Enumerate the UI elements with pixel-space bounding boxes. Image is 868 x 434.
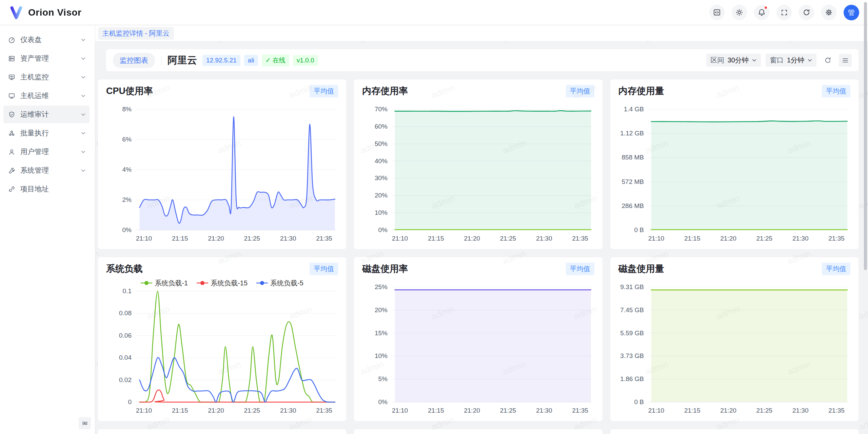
chart-title: 系统负载 [106,263,143,275]
x-axis-label: 21:15 [172,407,188,414]
chart-plot-area[interactable]: 0%2%4%6%8%21:1021:1521:2021:2521:3021:35 [106,100,338,246]
next-charts-row-sliver [98,429,859,434]
aggregation-badge[interactable]: 平均值 [566,263,594,275]
user-icon [8,148,15,155]
chart-title: 磁盘使用率 [362,263,408,275]
chart-plot-area[interactable]: 00.020.040.060.080.121:1021:1521:2021:25… [106,288,338,418]
x-axis-label: 21:10 [136,407,152,414]
refresh-page-button[interactable] [799,5,814,20]
chart-card-6: 磁盘使用量平均值0 B1.86 GB3.73 GB5.59 GB7.45 GB9… [610,257,859,421]
chevron-down-icon [81,38,85,41]
x-axis-label: 21:35 [828,235,845,242]
x-axis-label: 21:35 [316,235,332,242]
y-axis-label: 0.04 [119,354,132,361]
chart-card-3: 内存使用量平均值0 B286 MB572 MB858 MB1.12 GB1.4 … [610,79,859,249]
legend-item[interactable]: 系统负载-5 [256,279,303,288]
series-line [140,291,335,402]
x-axis-label: 21:35 [316,407,332,414]
sidebar-item-host-monitor[interactable]: 主机监控 [3,68,90,86]
y-axis-label: 1.86 GB [620,375,644,382]
sidebar-item-project-url[interactable]: 项目地址 [3,180,90,198]
x-axis-label: 21:15 [428,407,444,414]
main-content: 主机监控详情 - 阿里云 监控图表 阿里云 12.92.5.21ali✓在线v1… [95,25,868,434]
server-icon [8,55,15,62]
gauge-icon [8,36,15,43]
aggregation-badge[interactable]: 平均值 [566,85,594,97]
watermark-text: admin [857,304,868,322]
x-axis-label: 21:25 [756,407,772,414]
brand: Orion Visor [9,5,81,20]
x-axis-label: 21:20 [720,407,736,414]
sidebar-item-ops-audit[interactable]: 运维审计 [3,106,90,123]
sidebar-item-user-mgmt[interactable]: 用户管理 [3,143,90,161]
chart-svg: 0%2%4%6%8%21:1021:1521:2021:2521:3021:35 [106,100,338,244]
watermark-text: admin [359,41,385,45]
y-axis-label: 286 MB [622,202,644,209]
user-avatar[interactable]: 管 [844,5,859,20]
x-axis-label: 21:25 [244,407,260,414]
y-axis-label: 8% [122,106,132,113]
shield-check-icon [8,111,15,118]
x-axis-label: 21:15 [684,407,701,414]
x-axis-label: 21:30 [792,235,809,242]
y-axis-label: 20% [375,192,388,199]
sidebar-nav: 仪表盘资产管理主机监控主机运维运维审计批量执行用户管理系统管理项目地址 [0,31,95,198]
x-axis-label: 21:10 [648,407,664,414]
chevron-down-icon [81,113,85,116]
badge-text: 12.92.5.21 [206,57,237,64]
sidebar-item-batch-exec[interactable]: 批量执行 [3,124,90,142]
x-axis-label: 21:10 [648,235,664,242]
sidebar-item-label: 系统管理 [20,166,76,175]
series-area [651,121,847,230]
theme-toggle-button[interactable] [732,5,747,20]
x-axis-label: 21:10 [392,407,408,414]
sidebar-item-assets[interactable]: 资产管理 [3,50,90,67]
host-badge: ali [244,55,258,66]
sidebar-collapse-button[interactable] [79,417,91,429]
x-axis-label: 21:20 [208,235,224,242]
chart-layout-menu-button[interactable] [839,54,852,67]
wrench-icon [8,167,15,174]
chart-plot-area[interactable]: 0%10%20%30%40%50%60%70%21:1021:1521:2021… [362,100,594,246]
chart-plot-area[interactable]: 0 B286 MB572 MB858 MB1.12 GB1.4 GB21:102… [618,100,850,246]
tab-monitor-charts[interactable]: 监控图表 [113,53,155,68]
y-axis-label: 2% [122,196,132,203]
sidebar-item-label: 仪表盘 [20,35,76,44]
aggregation-badge[interactable]: 平均值 [310,85,338,97]
x-axis-label: 21:15 [428,235,444,242]
y-axis-label: 572 MB [622,178,644,185]
chart-plot-area[interactable]: 0%5%10%15%20%25%21:1021:1521:2021:2521:3… [362,278,594,418]
y-axis-label: 5.59 GB [620,329,644,337]
legend-item[interactable]: 系统负载-15 [197,279,248,288]
range-select[interactable]: 区间 30分钟 [706,54,761,67]
chart-plot-area[interactable]: 0 B1.86 GB3.73 GB5.59 GB7.45 GB9.31 GB21… [618,278,850,418]
fullscreen-button[interactable] [776,5,792,20]
y-axis-label: 7.45 GB [620,306,644,314]
watermark-text: admin [786,41,812,45]
x-axis-label: 21:20 [208,407,224,414]
y-axis-label: 10% [375,352,388,359]
legend-item[interactable]: 系统负载-1 [141,279,188,288]
refresh-charts-button[interactable] [821,54,834,67]
aggregation-badge[interactable]: 平均值 [822,263,850,275]
x-axis-label: 21:20 [720,235,736,242]
sidebar-item-host-ops[interactable]: 主机运维 [3,87,90,105]
aggregation-badge[interactable]: 平均值 [822,85,850,97]
host-info-cluster: 监控图表 阿里云 12.92.5.21ali✓在线v1.0.0 [113,53,318,68]
aggregation-badge[interactable]: 平均值 [310,263,338,275]
menu-fold-icon [82,420,88,427]
sidebar-item-system-mgmt[interactable]: 系统管理 [3,162,90,179]
watermark-text: admin [857,414,868,432]
sidebar-item-dashboard[interactable]: 仪表盘 [3,31,90,49]
api-code-button[interactable] [709,5,725,20]
notifications-button[interactable] [754,5,769,20]
breadcrumb-tab[interactable]: 主机监控详情 - 阿里云 [98,27,174,40]
settings-button[interactable] [821,5,836,20]
refresh-icon [803,8,810,16]
chevron-down-icon [81,57,85,60]
vertical-scrollbar[interactable] [864,2,867,270]
chart-title: 磁盘使用量 [618,263,664,275]
window-select[interactable]: 窗口 1分钟 [766,54,816,67]
window-select-value: 1分钟 [787,56,804,65]
x-axis-label: 21:30 [792,407,809,414]
